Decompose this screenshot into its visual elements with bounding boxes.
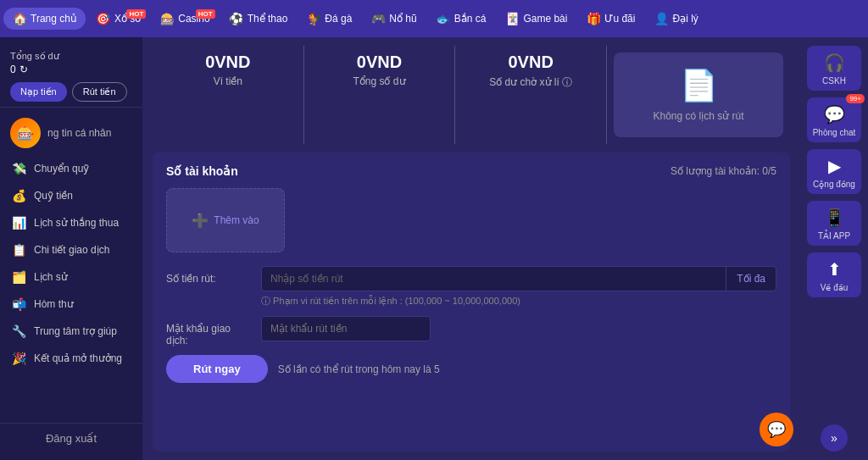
rut-ngay-button[interactable]: Rút ngay: [166, 355, 268, 383]
right-vedau-wrap: ⬆ Về đầu: [807, 252, 861, 297]
chuyenquy-label: Chuyển quỹ: [34, 163, 89, 175]
right-taiapp-button[interactable]: 📱 TẢI APP: [807, 201, 861, 246]
sidebar-items: 💸 Chuyển quỹ💰 Quỹ tiền📊 Lịch sử thắng th…: [0, 155, 142, 372]
float-chat-button[interactable]: 💬: [760, 413, 793, 446]
nohu-icon: 🎮: [370, 11, 386, 26]
gamebai-label: Game bài: [523, 13, 567, 25]
trangchu-label: Trang chủ: [31, 13, 77, 25]
uudai-label: Ưu đãi: [604, 13, 635, 25]
daily-label: Đại lý: [672, 13, 698, 25]
amount-input-container: Tối đa: [261, 266, 776, 291]
congdong-label: Cộng đồng: [813, 180, 855, 189]
thethao-label: Thể thao: [248, 13, 288, 25]
profile-label: ng tin cá nhân: [47, 127, 111, 139]
lichsu-label: Lịch sử: [34, 271, 68, 283]
nohu-label: Nổ hũ: [389, 13, 416, 25]
choxuli-card: 0VND Số dư chờ xử lí ⓘ: [455, 46, 607, 144]
password-row: Mật khẩu giao dịch:: [166, 316, 776, 346]
banca-label: Bắn cá: [454, 13, 487, 25]
right-congdong-button[interactable]: ▶ Cộng đồng: [807, 149, 861, 194]
refresh-icon[interactable]: ↻: [19, 64, 28, 75]
vedau-label: Về đầu: [821, 283, 849, 292]
nav-item-thethao[interactable]: ⚽ Thể thao: [220, 8, 297, 30]
daga-label: Đá gà: [325, 13, 352, 25]
sidebar-item-homthu[interactable]: 📬 Hòm thư: [0, 291, 142, 318]
xoso-icon: 🎯: [96, 11, 111, 26]
sidebar-item-quitien[interactable]: 💰 Quỹ tiền: [0, 182, 142, 209]
nav-item-banca[interactable]: 🐟 Bắn cá: [427, 8, 495, 30]
deposit-button[interactable]: Nạp tiền: [10, 82, 67, 102]
add-card-button[interactable]: ➕ Thêm vào: [166, 188, 285, 252]
expand-button[interactable]: »: [821, 424, 848, 452]
taiapp-label: TẢI APP: [818, 231, 850, 241]
cskh-label: CSKH: [822, 76, 846, 86]
sidebar-item-ketqua[interactable]: 🎉 Kết quả mở thưởng: [0, 345, 142, 372]
add-card-label: Thêm vào: [214, 214, 259, 226]
gamebai-icon: 🃏: [504, 11, 520, 26]
right-cskh-button[interactable]: 🎧 CSKH: [807, 46, 861, 91]
lichsu-icon: 🗂️: [10, 270, 27, 284]
user-info: Tổng số dư 0 ↻ Nạp tiền Rút tiền: [0, 44, 142, 108]
trangchu-icon: 🏠: [12, 11, 27, 26]
phongchat-badge: 99+: [846, 94, 865, 103]
document-icon: 📄: [680, 68, 718, 103]
password-input[interactable]: [261, 316, 431, 341]
amount-input[interactable]: [262, 267, 726, 291]
nav-item-daily[interactable]: 👤 Đại lý: [645, 8, 706, 30]
congdong-icon: ▶: [828, 156, 841, 176]
tongso-amount: 0VND: [314, 53, 445, 72]
sidebar-item-lichsu[interactable]: 🗂️ Lịch sử: [0, 263, 142, 291]
chitietgiao-label: Chi tiết giao dịch: [34, 244, 109, 256]
lichsuthang-label: Lịch sử thắng thua: [34, 217, 119, 229]
lichsuthang-icon: 📊: [10, 216, 27, 230]
vitien-label: Ví tiền: [163, 75, 293, 87]
nav-item-nohu[interactable]: 🎮 Nổ hũ: [362, 8, 425, 30]
section-count: Số lượng tài khoản: 0/5: [670, 165, 776, 177]
sidebar-item-chitietgiao[interactable]: 📋 Chi tiết giao dịch: [0, 236, 142, 263]
phongchat-label: Phòng chat: [813, 128, 856, 137]
right-cskh-wrap: 🎧 CSKH: [807, 46, 861, 91]
section-title: Số tài khoản: [166, 164, 238, 178]
sidebar-item-trungtam[interactable]: 🔧 Trung tâm trợ giúp: [0, 318, 142, 345]
nav-item-xoso[interactable]: 🎯 Xổ sốHOT: [87, 8, 149, 30]
logout-button[interactable]: Đăng xuất: [0, 423, 142, 453]
vedau-icon: ⬆: [827, 259, 842, 280]
withdraw-box: Số tài khoản Số lượng tài khoản: 0/5 ➕ T…: [153, 152, 790, 452]
ketqua-icon: 🎉: [10, 352, 27, 365]
right-vedau-button[interactable]: ⬆ Về đầu: [807, 252, 861, 297]
toida-button[interactable]: Tối đa: [726, 267, 776, 291]
chuyenquy-icon: 💸: [10, 162, 27, 175]
daily-icon: 👤: [654, 11, 669, 26]
quitien-label: Quỹ tiền: [34, 190, 73, 202]
casino-icon: 🎰: [159, 11, 175, 26]
balance-top-row: 0VND Ví tiền 0VND Tổng số dư 0VND Số dư …: [153, 46, 790, 144]
no-history-text: Không có lịch sử rút: [653, 110, 743, 122]
vitien-card: 0VND Ví tiền: [153, 46, 304, 144]
sidebar-item-lichsuthang[interactable]: 📊 Lịch sử thắng thua: [0, 209, 142, 236]
right-taiapp-wrap: 📱 TẢI APP: [807, 201, 861, 246]
nav-item-daga[interactable]: 🐓 Đá gà: [298, 8, 360, 30]
nav-item-uudai[interactable]: 🎁 Ưu đãi: [577, 8, 643, 30]
avatar: 🎰: [10, 118, 41, 148]
balance-value: 0: [10, 64, 16, 75]
password-label: Mật khẩu giao dịch:: [166, 316, 251, 346]
ketqua-label: Kết quả mở thưởng: [34, 352, 122, 364]
banca-icon: 🐟: [436, 11, 451, 26]
right-phongchat-button[interactable]: 💬 Phòng chat99+: [807, 97, 861, 142]
nav-item-trangchu[interactable]: 🏠 Trang chủ: [3, 8, 86, 30]
main-layout: Tổng số dư 0 ↻ Nạp tiền Rút tiền 🎰 ng ti…: [0, 37, 868, 460]
nav-item-gamebai[interactable]: 🃏 Game bài: [496, 8, 576, 30]
sidebar-item-chuyenquy[interactable]: 💸 Chuyển quỹ: [0, 155, 142, 182]
profile-item[interactable]: 🎰 ng tin cá nhân: [0, 111, 142, 155]
right-congdong-wrap: ▶ Cộng đồng: [807, 149, 861, 194]
withdraw-button[interactable]: Rút tiền: [72, 82, 127, 102]
nav-item-casino[interactable]: 🎰 CasinoHOT: [151, 8, 218, 30]
section-header: Số tài khoản Số lượng tài khoản: 0/5: [166, 164, 776, 178]
homthu-label: Hòm thư: [34, 298, 74, 310]
amount-label: Số tiền rút:: [166, 266, 251, 285]
sidebar: Tổng số dư 0 ↻ Nạp tiền Rút tiền 🎰 ng ti…: [0, 37, 142, 460]
top-nav: 🏠 Trang chủ🎯 Xổ sốHOT🎰 CasinoHOT⚽ Thể th…: [0, 0, 868, 37]
amount-input-wrap: Tối đa ⓘ Phạm vi rút tiền trên mỗi lệnh …: [261, 266, 776, 308]
phongchat-icon: 💬: [824, 104, 845, 125]
xoso-badge: HOT: [126, 9, 146, 19]
